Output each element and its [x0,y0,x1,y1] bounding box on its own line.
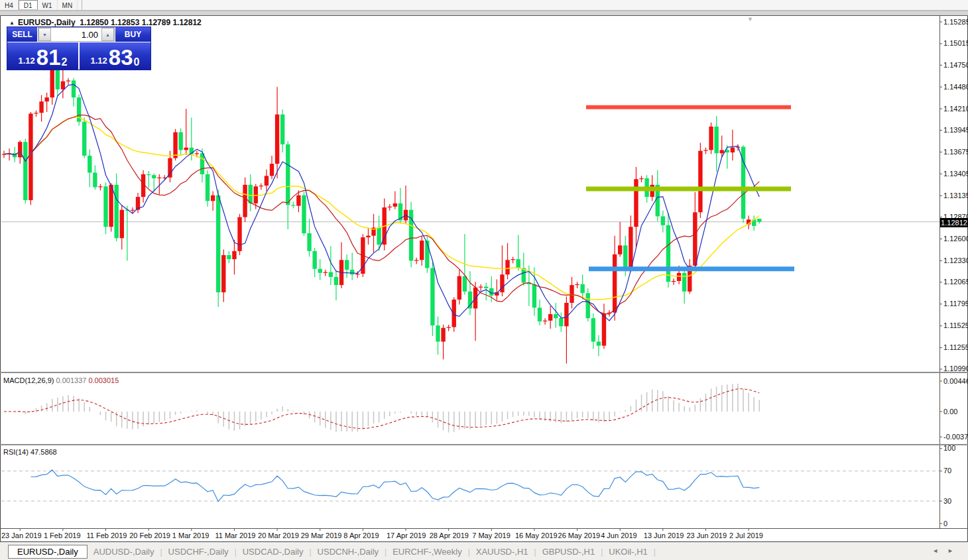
date-axis[interactable] [0,529,939,541]
buy-price-big: 83 [109,48,133,68]
macd-main-value: 0.001337 [56,376,86,384]
chart-window: ▲EURUSD-,Daily 1.12850 1.12853 1.12789 1… [0,15,968,542]
collapse-triangle-icon[interactable]: ▲ [9,20,15,26]
sell-price-sup: 2 [62,57,68,68]
chevron-up-icon: ▲ [105,32,110,37]
axis-tick-marks [20,22,942,531]
chart-plot-area[interactable] [0,15,968,542]
chart-symbol-title: EURUSD-,Daily [18,18,76,27]
chart-tab-usdcnh-daily[interactable]: USDCNH-,Daily [312,545,385,558]
volume-input[interactable] [51,28,101,41]
macd-signal-value: 0.003015 [88,376,119,384]
tab-scroll-left-button[interactable]: ◄ [932,547,947,554]
metatrader-screen: H4D1W1MN ▲EURUSD-,Daily 1.12850 1.12853 … [0,0,968,560]
timeframe-toolbar: H4D1W1MN [0,0,968,11]
buy-button[interactable]: BUY [115,27,151,42]
chart-tab-xauusd-h1[interactable]: XAUUSD-,H1 [470,545,534,558]
chart-tab-ukoil-h1[interactable]: UKOil-,H1 [603,545,654,558]
candlesticks-layer [2,45,762,364]
chart-tab-eurchf-weekly[interactable]: EURCHF-,Weekly [387,545,468,558]
chart-tab-usdcad-daily[interactable]: USDCAD-,Daily [237,545,310,558]
chart-tab-audusd-daily[interactable]: AUDUSD-,Daily [88,545,160,558]
sell-button[interactable]: SELL [7,27,38,42]
tab-separator: | [654,547,656,557]
chart-tab-bar: EURUSD-,DailyAUDUSD-,Daily|USDCHF-,Daily… [0,543,968,560]
timeframe-button-h4[interactable]: H4 [0,0,19,10]
buy-price-display[interactable]: 1.12830 [80,42,151,70]
rsi-line [30,470,759,502]
rsi-value: 47.5868 [30,448,57,456]
volume-field-group: ▼ ▲ [38,27,115,42]
timeframe-button-w1[interactable]: W1 [38,0,58,10]
price-axis[interactable] [940,16,968,528]
buy-price-prefix: 1.12 [91,54,107,68]
chart-ohlc-values: 1.12850 1.12853 1.12789 1.12812 [80,18,202,27]
volume-increase-button[interactable]: ▲ [101,28,114,41]
chart-tab-gbpusd-h1[interactable]: GBPUSD-,H1 [536,545,601,558]
current-price-tag: 1.12812 [940,218,968,227]
buy-price-sup: 0 [134,57,140,68]
timeframe-button-mn[interactable]: MN [58,0,78,10]
toolbar-separator [82,0,82,10]
sell-price-prefix: 1.12 [19,54,35,68]
volume-decrease-button[interactable]: ▼ [38,28,51,41]
chart-header: ▲EURUSD-,Daily 1.12850 1.12853 1.12789 1… [9,18,202,27]
chart-frame-lines [0,16,968,542]
chart-tab-usdchf-daily[interactable]: USDCHF-,Daily [162,545,235,558]
chevron-down-icon: ▼ [42,32,47,37]
one-click-trading-widget: SELL ▼ ▲ BUY 1.12812 1.12830 [7,27,151,70]
chart-shift-marker-icon[interactable]: ▼ [747,16,753,23]
sell-price-display[interactable]: 1.12812 [7,42,80,70]
macd-indicator-label: MACD(12,26,9) 0.001337 0.003015 [3,376,119,384]
rsi-indicator-label: RSI(14) 47.5868 [3,448,57,456]
tab-scroll-right-button[interactable]: ► [947,547,963,554]
macd-signal-line [4,389,759,429]
sell-price-big: 81 [36,48,61,68]
tab-scroll-arrows: ◄► [932,547,963,554]
timeframe-button-d1[interactable]: D1 [19,0,38,10]
chart-tab-eurusd-daily[interactable]: EURUSD-,Daily [8,545,88,559]
